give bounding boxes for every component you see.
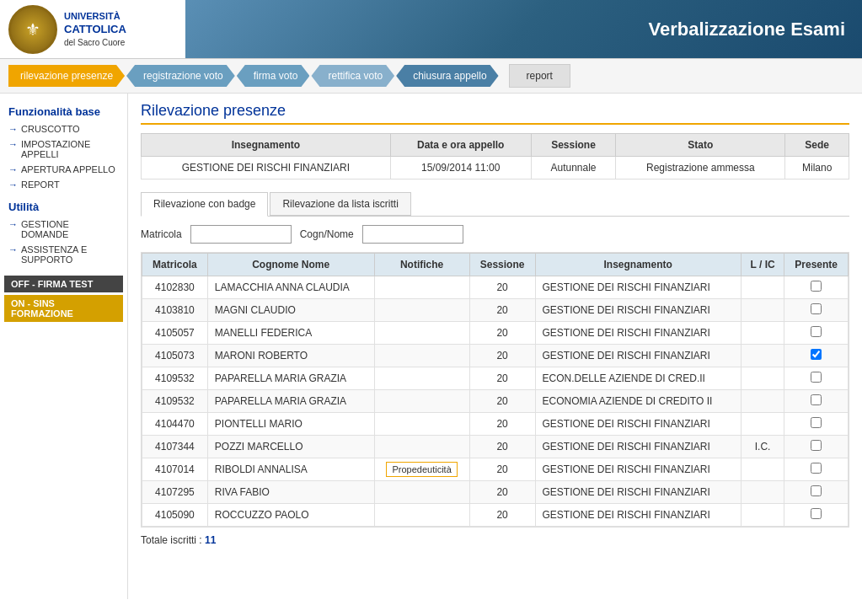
sidebar-section-funzionalita: Funzionalità base [0, 100, 127, 121]
cell-presente [784, 345, 849, 367]
cell-notifiche [374, 413, 469, 436]
cell-sessione: 20 [469, 367, 535, 390]
cell-matricola: 4105090 [142, 504, 208, 527]
workflow-step-firma[interactable]: firma voto [237, 65, 310, 87]
presente-checkbox[interactable] [811, 485, 822, 496]
cell-presente [784, 436, 849, 458]
cell-matricola: 4109532 [142, 367, 208, 390]
cell-nome: MARONI ROBERTO [207, 345, 374, 367]
presente-checkbox[interactable] [811, 281, 822, 292]
cell-sessione: 20 [469, 481, 535, 504]
cell-lic [741, 322, 784, 345]
cell-presente [784, 299, 849, 322]
table-row: 4107014 RIBOLDI ANNALISA Propedeuticità … [142, 458, 849, 481]
cell-matricola: 4103810 [142, 299, 208, 322]
cognome-input[interactable] [362, 225, 463, 244]
presente-checkbox[interactable] [811, 372, 822, 383]
cell-insegnamento: GESTIONE DEI RISCHI FINANZIARI [535, 345, 741, 367]
cell-sessione: 20 [469, 413, 535, 436]
table-row: 4105090 ROCCUZZO PAOLO 20 GESTIONE DEI R… [142, 504, 849, 527]
app-title: Verbalizzazione Esami [648, 19, 845, 40]
cell-lic [741, 413, 784, 436]
cell-matricola: 4109532 [142, 390, 208, 413]
workflow-step-report[interactable]: report [509, 64, 570, 88]
cell-nome: MAGNI CLAUDIO [207, 299, 374, 322]
cell-presente [784, 367, 849, 390]
cell-lic [741, 276, 784, 299]
badge-on[interactable]: ON - SINS FORMAZIONE [4, 295, 123, 322]
cell-sessione: 20 [469, 458, 535, 481]
th-insegnamento: Insegnamento [535, 254, 741, 276]
cell-nome: MANELLI FEDERICA [207, 322, 374, 345]
workflow-step-rettifica[interactable]: rettifica voto [311, 65, 394, 87]
cell-presente [784, 390, 849, 413]
cell-sessione: 20 [469, 322, 535, 345]
cell-notifiche [374, 436, 469, 458]
sidebar-item-impostazione[interactable]: → IMPOSTAZIONE APPELLI [0, 137, 127, 162]
filter-row: Matricola Cogn/Nome [141, 225, 849, 244]
cell-lic [741, 504, 784, 527]
sidebar-item-cruscotto[interactable]: → CRUSCOTTO [0, 121, 127, 137]
cell-notifiche [374, 322, 469, 345]
cell-stato: Registrazione ammessa [616, 157, 785, 179]
cell-lic: I.C. [741, 436, 784, 458]
sidebar-item-report[interactable]: → REPORT [0, 177, 127, 192]
table-wrapper: Matricola Cognome Nome Notifiche Session… [141, 252, 849, 528]
workflow-step-rilevazione[interactable]: rilevazione presenze [8, 65, 125, 87]
cell-presente [784, 322, 849, 345]
arrow-icon: → [8, 179, 18, 190]
tab-badge[interactable]: Rilevazione con badge [141, 192, 268, 217]
cell-insegnamento: GESTIONE DEI RISCHI FINANZIARI [535, 504, 741, 527]
cell-notifiche [374, 276, 469, 299]
logo-text: UNIVERSITÀ CATTOLICA del Sacro Cuore [64, 10, 126, 47]
cell-lic [741, 481, 784, 504]
col-sede: Sede [785, 134, 849, 157]
presente-checkbox[interactable] [811, 440, 822, 451]
arrow-icon: → [8, 124, 18, 134]
cell-nome: RIBOLDI ANNALISA [207, 458, 374, 481]
header-title-bar: Verbalizzazione Esami [185, 0, 862, 58]
cell-insegnamento: GESTIONE DEI RISCHI FINANZIARI [142, 157, 391, 179]
tab-lista[interactable]: Rilevazione da lista iscritti [270, 192, 410, 216]
workflow-bar: rilevazione presenze registrazione voto … [0, 59, 862, 94]
col-data: Data e ora appello [390, 134, 531, 157]
cell-nome: PAPARELLA MARIA GRAZIA [207, 390, 374, 413]
main-layout: Funzionalità base → CRUSCOTTO → IMPOSTAZ… [0, 94, 862, 599]
cell-sessione: 20 [469, 390, 535, 413]
cell-nome: RIVA FABIO [207, 481, 374, 504]
cell-notifiche [374, 345, 469, 367]
table-row: 4105073 MARONI ROBERTO 20 GESTIONE DEI R… [142, 345, 849, 367]
workflow-step-registrazione[interactable]: registrazione voto [126, 65, 235, 87]
cell-matricola: 4107344 [142, 436, 208, 458]
presente-checkbox[interactable] [811, 394, 822, 405]
presente-checkbox[interactable] [811, 417, 822, 428]
cell-lic [741, 458, 784, 481]
cell-insegnamento: GESTIONE DEI RISCHI FINANZIARI [535, 322, 741, 345]
cell-sessione: 20 [469, 299, 535, 322]
table-row: 4104470 PIONTELLI MARIO 20 GESTIONE DEI … [142, 413, 849, 436]
presente-checkbox[interactable] [811, 463, 822, 474]
header: ⚜ UNIVERSITÀ CATTOLICA del Sacro Cuore V… [0, 0, 862, 59]
cell-nome: POZZI MARCELLO [207, 436, 374, 458]
matricola-input[interactable] [190, 225, 292, 244]
presente-checkbox[interactable] [811, 349, 822, 360]
workflow-step-chiusura[interactable]: chiusura appello [396, 65, 498, 87]
col-sessione: Sessione [531, 134, 616, 157]
table-row: 4107295 RIVA FABIO 20 GESTIONE DEI RISCH… [142, 481, 849, 504]
cell-nome: LAMACCHIA ANNA CLAUDIA [207, 276, 374, 299]
sidebar-item-gestione[interactable]: → GESTIONE DOMANDE [0, 217, 127, 242]
table-row: 4109532 PAPARELLA MARIA GRAZIA 20 ECON.D… [142, 367, 849, 390]
badge-off[interactable]: OFF - FIRMA TEST [4, 276, 123, 292]
cell-matricola: 4107014 [142, 458, 208, 481]
logo-area: ⚜ UNIVERSITÀ CATTOLICA del Sacro Cuore [0, 1, 185, 58]
sidebar-item-apertura[interactable]: → APERTURA APPELLO [0, 162, 127, 177]
sidebar-item-assistenza[interactable]: → ASSISTENZA E SUPPORTO [0, 242, 127, 267]
presente-checkbox[interactable] [811, 326, 822, 337]
cell-notifiche [374, 299, 469, 322]
cell-notifiche: Propedeuticità [374, 458, 469, 481]
cell-lic [741, 390, 784, 413]
presente-checkbox[interactable] [811, 303, 822, 314]
cell-lic [741, 299, 784, 322]
presente-checkbox[interactable] [811, 508, 822, 519]
col-stato: Stato [616, 134, 785, 157]
